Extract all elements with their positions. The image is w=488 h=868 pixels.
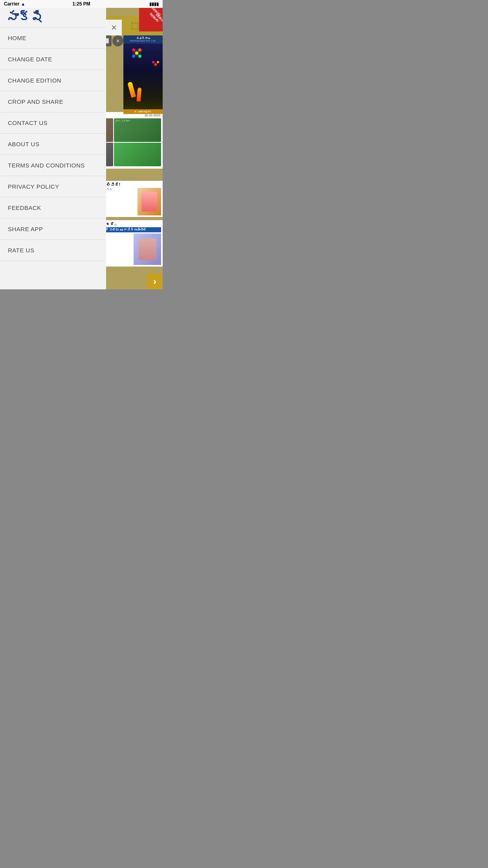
news-image-2: మేరు కమ్మించి [114, 118, 161, 142]
bottom-news-image [134, 234, 161, 265]
app-logo: సాక్షి [6, 10, 42, 25]
menu-item-home[interactable]: HOME [0, 28, 106, 49]
debug-badge: DEBUG DEBUG [139, 8, 163, 31]
svg-marker-0 [139, 8, 163, 31]
menu-item-rate-us[interactable]: RATE US [0, 240, 106, 261]
next-arrow-icon: › [153, 276, 156, 287]
menu-item-privacy-policy[interactable]: PRIVACY POLICY [0, 176, 106, 197]
menu-item-contact-us[interactable]: CONTACT US [0, 112, 106, 134]
menu-item-terms-and-conditions[interactable]: TERMS AND CONDITIONS [0, 155, 106, 176]
battery-icon: ▮▮▮▮ [149, 2, 159, 7]
menu-list: HOMECHANGE DATECHANGE EDITIONCROP AND SH… [0, 28, 106, 289]
status-right: ▮▮▮▮ [149, 2, 159, 7]
sidebar-drawer: సాక్షి × HOMECHANGE DATECHANGE EDITIONCR… [0, 8, 106, 289]
status-bar: Carrier ▲ 1:25 PM ▮▮▮▮ [0, 0, 163, 8]
menu-item-feedback[interactable]: FEEDBACK [0, 197, 106, 219]
menu-item-change-date[interactable]: CHANGE DATE [0, 49, 106, 70]
ad-close-button[interactable]: × [112, 35, 123, 46]
sidebar-header: సాక్షి [0, 8, 106, 28]
menu-item-share-app[interactable]: SHARE APP [0, 219, 106, 240]
next-arrow-button[interactable]: › [147, 274, 163, 289]
carrier-label: Carrier [4, 1, 19, 7]
menu-item-change-edition[interactable]: CHANGE EDITION [0, 70, 106, 91]
lower-news-image [138, 188, 161, 215]
close-button[interactable]: × [106, 20, 122, 35]
menu-item-crop-and-share[interactable]: CROP AND SHARE [0, 91, 106, 112]
menu-item-about-us[interactable]: ABOUT US [0, 134, 106, 155]
wifi-icon: ▲ [21, 2, 25, 6]
close-icon: × [111, 22, 117, 33]
status-time: 1:25 PM [72, 1, 90, 7]
news-image-4 [114, 143, 161, 166]
ad-image: నమస్కారం PROPERTIES PVT. LTD. 5 - 2400 S… [123, 35, 163, 114]
newspaper-date: 18-10-2022 [144, 114, 160, 117]
crop-icon[interactable]: ⬚ [131, 20, 139, 31]
status-left: Carrier ▲ [4, 1, 25, 7]
